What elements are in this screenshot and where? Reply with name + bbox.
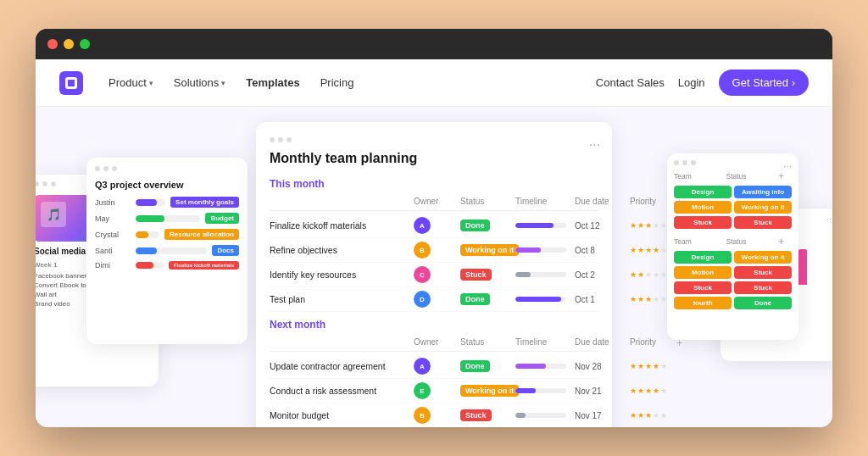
chevron-down-icon: ▾	[221, 79, 225, 87]
login-link[interactable]: Login	[678, 76, 705, 89]
add-icon-2[interactable]: +	[778, 236, 792, 247]
team-row-b-2: Motion Stuck	[674, 266, 792, 279]
q3-row-4: Santi Docs	[95, 245, 239, 256]
q3-row-2: May Budget	[95, 213, 239, 224]
nav-item-product[interactable]: Product ▾	[100, 71, 162, 94]
logo-icon	[65, 77, 77, 89]
add-column-icon-2[interactable]: +	[676, 337, 690, 349]
contact-sales-link[interactable]: Contact Sales	[596, 76, 665, 89]
due-date: Oct 12	[575, 221, 630, 231]
status-badge: Working on it	[460, 244, 519, 256]
q3-bar-4	[136, 247, 207, 254]
due-date: Nov 21	[575, 386, 630, 396]
table-header-next-month: Owner Status Timeline Due date Priority …	[270, 336, 598, 352]
timeline-bar	[515, 388, 566, 393]
priority-stars: ★★★★★	[630, 386, 676, 395]
nav-item-pricing[interactable]: Pricing	[312, 71, 363, 94]
card-menu-dots[interactable]: ···	[783, 160, 792, 172]
q3-name-5: Dimi	[95, 261, 131, 270]
team-row-b-3: Stuck Stuck	[674, 281, 792, 294]
due-date: Nov 17	[575, 411, 630, 420]
task-name: Finalize kickoff materials	[270, 220, 414, 231]
table-row: Monitor budget B Stuck Nov 17 ★★★★★	[270, 403, 598, 427]
q3-bar-fill-1	[136, 199, 157, 206]
q3-title: Q3 project overview	[95, 180, 239, 190]
q3-btn-5[interactable]: Finalize kickoff materials	[169, 261, 239, 270]
card-menu-icon[interactable]: ···	[589, 137, 600, 153]
status-badge: Stuck	[460, 409, 492, 421]
nav-left: Product ▾ Solutions ▾ Templates Pricing	[59, 71, 362, 95]
team-row-1: Design Awaiting info	[674, 186, 792, 198]
team-badge: fourth	[674, 297, 732, 309]
timeline-bar	[515, 364, 566, 369]
q3-bar-fill-5	[136, 262, 153, 269]
priority-stars: ★★★★★	[630, 246, 676, 254]
q3-btn-1[interactable]: Set monthly goals	[170, 197, 239, 208]
task-name: Monitor budget	[270, 410, 414, 420]
q3-row-5: Dimi Finalize kickoff materials	[95, 261, 239, 270]
status-badge: Done	[734, 297, 792, 309]
q3-name-3: Crystal	[95, 231, 131, 239]
team-col-label: Team	[674, 172, 726, 181]
dot-red[interactable]	[47, 39, 58, 49]
table-row: Test plan D Done Oct 1 ★★★★★	[270, 287, 598, 312]
bar-8	[798, 249, 807, 285]
q3-bar-3	[136, 231, 159, 238]
status-badge: Working on it	[460, 385, 519, 397]
section-next-month: Next month	[270, 319, 598, 331]
status-badge: Done	[460, 220, 490, 231]
status-badge: Stuck	[734, 216, 792, 229]
avatar: D	[414, 291, 431, 308]
card-team-status: ··· Team Status + Design Awaiting info M…	[667, 153, 798, 340]
team-row-b-1: Design Working on it	[674, 251, 792, 264]
team-row-2: Motion Working on it	[674, 201, 792, 214]
priority-stars: ★★★★★	[630, 362, 676, 370]
table-row: Refine objectives B Working on it Oct 8 …	[270, 238, 598, 263]
team-col-label-2: Team	[674, 237, 726, 246]
timeline-bar	[515, 413, 566, 418]
status-badge: Stuck	[460, 269, 492, 281]
status-col-label: Status	[726, 172, 779, 181]
task-name: Refine objectives	[270, 245, 414, 255]
avatar: E	[414, 382, 431, 399]
q3-row-1: Justin Set monthly goals	[95, 197, 239, 208]
logo[interactable]	[59, 71, 83, 95]
q3-name-1: Justin	[95, 198, 131, 207]
priority-stars: ★★★★★	[630, 411, 676, 420]
browser-content: Product ▾ Solutions ▾ Templates Pricing …	[36, 59, 832, 427]
team-table-header-2: Team Status +	[674, 236, 792, 247]
dot-yellow[interactable]	[64, 39, 74, 49]
get-started-button[interactable]: Get Started ›	[719, 70, 809, 96]
status-badge: Stuck	[734, 266, 792, 279]
nav-item-solutions[interactable]: Solutions ▾	[165, 71, 234, 94]
q3-bar-fill-4	[136, 247, 157, 254]
timeline-bar	[515, 297, 566, 302]
add-icon[interactable]: +	[778, 170, 792, 182]
q3-bar-5	[136, 262, 164, 269]
status-badge: Done	[460, 293, 490, 305]
add-column-icon[interactable]: +	[676, 197, 690, 209]
chevron-down-icon: ▾	[149, 79, 153, 87]
nav-right: Contact Sales Login Get Started ›	[596, 70, 809, 96]
q3-btn-2[interactable]: Budget	[205, 213, 239, 224]
q3-bar-1	[136, 199, 165, 206]
section-this-month: This month	[270, 178, 598, 190]
nav-item-templates[interactable]: Templates	[237, 71, 308, 94]
due-date: Oct 8	[575, 246, 630, 255]
avatar: B	[414, 242, 431, 259]
due-date: Nov 28	[575, 362, 630, 371]
priority-stars: ★★★★★	[630, 270, 676, 279]
team-row-3: Stuck Stuck	[674, 216, 792, 229]
q3-btn-4[interactable]: Docs	[212, 245, 239, 256]
team-badge: Motion	[674, 266, 732, 279]
team-row-b-4: fourth Done	[674, 297, 792, 309]
table-row: Finalize kickoff materials A Done Oct 12…	[270, 214, 598, 238]
q3-btn-3[interactable]: Resource allocation	[164, 229, 239, 240]
table-row: Identify key resources C Stuck Oct 2 ★★★…	[270, 263, 598, 287]
status-badge: Stuck	[734, 281, 792, 294]
dot-green[interactable]	[80, 39, 90, 49]
card-menu-dots-r2[interactable]: ···	[826, 214, 832, 224]
music-icon: 🎵	[41, 202, 66, 227]
table-row: Conduct a risk assessment E Working on i…	[270, 379, 598, 403]
avatar: B	[414, 407, 431, 424]
